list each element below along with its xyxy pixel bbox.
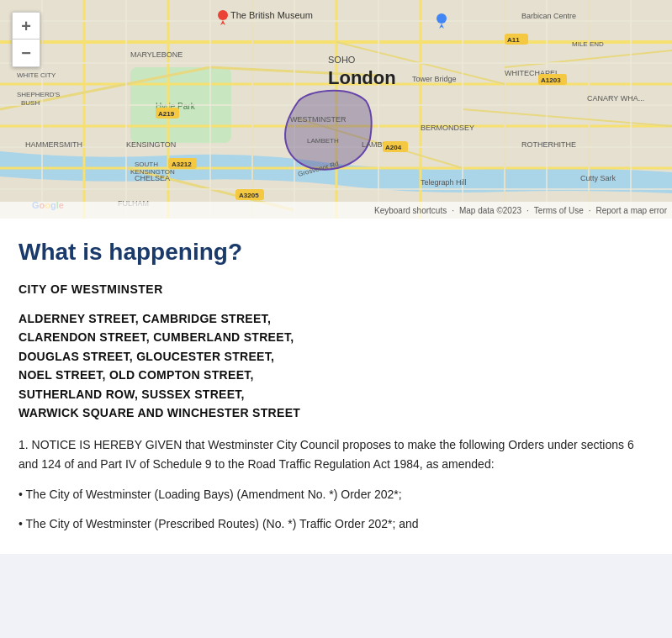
notice-paragraph-2: • The City of Westminster (Loading Bays)…	[19, 485, 653, 504]
svg-text:KENSINGTON: KENSINGTON	[130, 168, 175, 176]
svg-text:London: London	[328, 67, 396, 88]
svg-text:LAMBETH: LAMBETH	[307, 137, 339, 145]
location-name: CITY OF WESTMINSTER	[19, 282, 653, 296]
svg-text:HAMMERSMITH: HAMMERSMITH	[25, 140, 82, 149]
svg-text:A1203: A1203	[541, 76, 561, 84]
street-line-6: WARWICK SQUARE AND WINCHESTER STREET	[19, 403, 653, 422]
svg-text:WESTMINSTER: WESTMINSTER	[290, 115, 347, 124]
svg-text:WHITE CITY: WHITE CITY	[17, 71, 56, 79]
svg-text:SOHO: SOHO	[328, 55, 356, 65]
svg-point-73	[437, 13, 447, 24]
keyboard-shortcuts-link[interactable]: Keyboard shortcuts	[374, 206, 447, 215]
svg-text:KENSINGTON: KENSINGTON	[126, 140, 176, 149]
report-link[interactable]: Report a map error	[596, 206, 667, 215]
notice-paragraph-3: • The City of Westminster (Prescribed Ro…	[19, 514, 653, 534]
map-data-text: Map data ©2023	[459, 206, 521, 215]
svg-text:Telegraph Hill: Telegraph Hill	[421, 178, 467, 187]
streets-block: ALDERNEY STREET, CAMBRIDGE STREET, CLARE…	[19, 309, 653, 422]
svg-text:MILE END: MILE END	[572, 40, 604, 48]
svg-text:CANARY WHA...: CANARY WHA...	[587, 94, 644, 103]
svg-text:SOUTH: SOUTH	[135, 161, 158, 168]
map-controls: + −	[12, 12, 40, 67]
svg-text:The British Museum: The British Museum	[230, 10, 313, 20]
svg-text:Tower Bridge: Tower Bridge	[412, 75, 457, 83]
notice-paragraph-1: 1. NOTICE IS HEREBY GIVEN that Westminst…	[19, 435, 653, 474]
street-line-1: ALDERNEY STREET, CAMBRIDGE STREET,	[19, 309, 653, 328]
street-line-3: DOUGLAS STREET, GLOUCESTER STREET,	[19, 347, 653, 366]
map-svg: Hyde Park	[0, 0, 672, 219]
svg-text:A3205: A3205	[239, 192, 259, 199]
map-attribution: Keyboard shortcuts · Map data ©2023 · Te…	[0, 202, 672, 219]
street-line-5: SUTHERLAND ROW, SUSSEX STREET,	[19, 385, 653, 403]
notice-block: 1. NOTICE IS HEREBY GIVEN that Westminst…	[19, 435, 653, 533]
svg-text:A3212: A3212	[172, 161, 192, 168]
svg-text:BUSH: BUSH	[21, 99, 40, 107]
attribution-separator2: ·	[526, 206, 529, 215]
content-area: What is happening? CITY OF WESTMINSTER A…	[0, 219, 672, 554]
terms-link[interactable]: Terms of Use	[534, 206, 584, 215]
section-heading: What is happening?	[19, 239, 653, 266]
street-line-4: NOEL STREET, OLD COMPTON STREET,	[19, 366, 653, 384]
zoom-in-button[interactable]: +	[13, 13, 40, 40]
svg-text:MARYLEBONE: MARYLEBONE	[130, 50, 183, 59]
svg-text:A204: A204	[385, 144, 402, 151]
svg-text:SHEPHERD'S: SHEPHERD'S	[17, 91, 60, 98]
attribution-separator3: ·	[589, 206, 591, 215]
svg-text:A11: A11	[507, 36, 520, 44]
street-line-2: CLARENDON STREET, CUMBERLAND STREET,	[19, 328, 653, 346]
map-container: Hyde Park	[0, 0, 672, 219]
svg-text:BERMONDSEY: BERMONDSEY	[421, 124, 474, 132]
attribution-separator: ·	[452, 206, 454, 215]
svg-text:Barbican Centre: Barbican Centre	[521, 12, 576, 20]
zoom-out-button[interactable]: −	[13, 40, 40, 66]
svg-text:ROTHERHITHE: ROTHERHITHE	[521, 140, 576, 149]
svg-point-72	[218, 10, 228, 20]
svg-text:A219: A219	[158, 110, 175, 118]
svg-text:Cutty Sark: Cutty Sark	[580, 174, 616, 182]
